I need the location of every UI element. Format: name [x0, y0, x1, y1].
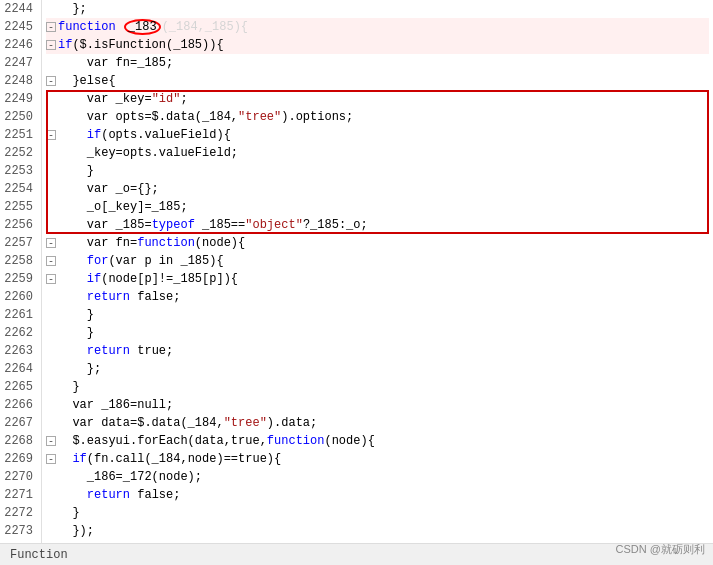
code-text: }	[58, 306, 709, 324]
code-line: -function _183(_184,_185){	[46, 18, 709, 36]
code-text: var opts=$.data(_184,"tree").options;	[58, 108, 709, 126]
code-text: return false;	[58, 486, 709, 504]
fold-icon[interactable]: -	[46, 76, 56, 86]
code-line: _o[_key]=_185;	[46, 198, 709, 216]
code-lines[interactable]: };-function _183(_184,_185){-if($.isFunc…	[42, 0, 713, 543]
code-text: };	[58, 0, 709, 18]
code-line: - if(fn.call(_184,node)==true){	[46, 450, 709, 468]
code-line: });	[46, 522, 709, 540]
fold-icon[interactable]: -	[46, 40, 56, 50]
function-name-oval: _183	[124, 19, 161, 35]
code-text: var _key="id";	[58, 90, 709, 108]
code-text: var _185=typeof _185=="object"?_185:_o;	[58, 216, 709, 234]
fold-icon[interactable]: -	[46, 436, 56, 446]
code-line: }	[46, 306, 709, 324]
code-text: for(var p in _185){	[58, 252, 709, 270]
code-text: if($.isFunction(_185)){	[58, 36, 709, 54]
code-line: var fn=_185;	[46, 54, 709, 72]
code-text: var fn=function(node){	[58, 234, 709, 252]
code-text: }	[58, 378, 709, 396]
code-text: if(node[p]!=_185[p]){	[58, 270, 709, 288]
code-line: - if(opts.valueField){	[46, 126, 709, 144]
fold-icon[interactable]: -	[46, 22, 56, 32]
code-text: function _183(_184,_185){	[58, 18, 709, 36]
code-line: }	[46, 324, 709, 342]
code-line: var _186=null;	[46, 396, 709, 414]
code-line: };	[46, 0, 709, 18]
code-line: var _key="id";	[46, 90, 709, 108]
code-text: }else{	[58, 72, 709, 90]
code-editor: 2244224522462247224822492250225122522253…	[0, 0, 713, 565]
fold-icon[interactable]: -	[46, 274, 56, 284]
code-text: };	[58, 360, 709, 378]
code-line: return _186;	[46, 540, 709, 543]
code-text: }	[58, 162, 709, 180]
code-text: var _186=null;	[58, 396, 709, 414]
function-label: Function	[10, 548, 68, 562]
line-numbers: 2244224522462247224822492250225122522253…	[0, 0, 42, 543]
bottom-bar: Function	[0, 543, 713, 565]
fold-icon[interactable]: -	[46, 238, 56, 248]
watermark: CSDN @就砺则利	[616, 542, 705, 557]
code-text: var _o={};	[58, 180, 709, 198]
code-text: var fn=_185;	[58, 54, 709, 72]
code-text: return false;	[58, 288, 709, 306]
code-line: var opts=$.data(_184,"tree").options;	[46, 108, 709, 126]
code-text: if(opts.valueField){	[58, 126, 709, 144]
fold-icon[interactable]: -	[46, 256, 56, 266]
code-line: - var fn=function(node){	[46, 234, 709, 252]
code-text: _186=_172(node);	[58, 468, 709, 486]
code-text: }	[58, 504, 709, 522]
code-content: 2244224522462247224822492250225122522253…	[0, 0, 713, 543]
code-line: -if($.isFunction(_185)){	[46, 36, 709, 54]
code-line: return false;	[46, 288, 709, 306]
code-text: _o[_key]=_185;	[58, 198, 709, 216]
code-line: - for(var p in _185){	[46, 252, 709, 270]
code-line: return true;	[46, 342, 709, 360]
code-line: - }else{	[46, 72, 709, 90]
code-text: _key=opts.valueField;	[58, 144, 709, 162]
code-text: $.easyui.forEach(data,true,function(node…	[58, 432, 709, 450]
code-line: var data=$.data(_184,"tree").data;	[46, 414, 709, 432]
code-line: var _185=typeof _185=="object"?_185:_o;	[46, 216, 709, 234]
code-text: });	[58, 522, 709, 540]
code-text: if(fn.call(_184,node)==true){	[58, 450, 709, 468]
fold-icon[interactable]: -	[46, 454, 56, 464]
code-line: _186=_172(node);	[46, 468, 709, 486]
code-line: }	[46, 162, 709, 180]
code-text: return _186;	[58, 540, 709, 543]
code-line: };	[46, 360, 709, 378]
code-line: }	[46, 378, 709, 396]
code-line: - if(node[p]!=_185[p]){	[46, 270, 709, 288]
code-line: - $.easyui.forEach(data,true,function(no…	[46, 432, 709, 450]
code-line: return false;	[46, 486, 709, 504]
code-line: }	[46, 504, 709, 522]
code-line: var _o={};	[46, 180, 709, 198]
code-line: _key=opts.valueField;	[46, 144, 709, 162]
code-text: var data=$.data(_184,"tree").data;	[58, 414, 709, 432]
fold-icon[interactable]: -	[46, 130, 56, 140]
code-text: }	[58, 324, 709, 342]
code-text: return true;	[58, 342, 709, 360]
